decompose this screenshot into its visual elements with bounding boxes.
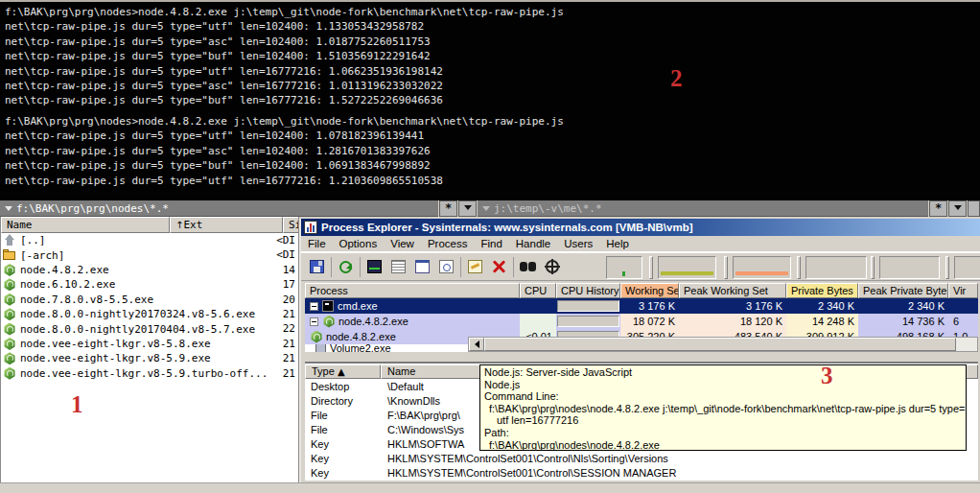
- process-row-node-parent[interactable]: node.4.8.2.exe 18 072 K 18 120 K 14 248 …: [305, 314, 978, 329]
- peak-working-set-value: 3 176 K: [679, 298, 786, 314]
- scrollbar-track[interactable]: [956, 338, 977, 351]
- cpu-history-cell: [557, 300, 619, 312]
- node-exe-icon: [322, 316, 335, 328]
- collapse-icon[interactable]: [310, 317, 318, 326]
- right-panel-path-bar[interactable]: j:\temp\-v\me\*.*: [478, 200, 928, 217]
- toolbar-grip[interactable]: [945, 256, 949, 279]
- menu-file[interactable]: File: [301, 236, 333, 251]
- show-process-tree-button[interactable]: [410, 256, 434, 278]
- scroll-left-button[interactable]: [469, 338, 484, 351]
- scrollbar-thumb[interactable]: [484, 338, 956, 351]
- file-size: 14: [283, 264, 295, 276]
- commit-history-minigraph[interactable]: [733, 256, 791, 279]
- file-row[interactable]: node.6.10.2.exe 17: [1, 277, 298, 292]
- column-header-name[interactable]: Name: [1, 217, 170, 233]
- menu-handle[interactable]: Handle: [509, 236, 557, 251]
- file-size: 20: [283, 293, 295, 306]
- process-explorer-icon: [304, 221, 317, 234]
- menu-find[interactable]: Find: [474, 236, 508, 251]
- peak-private-bytes-value: 14 736 K: [858, 314, 948, 329]
- file-row[interactable]: node.8.0.0-nightly20170324.v8-5.6.exe 21: [1, 307, 298, 321]
- column-header-type[interactable]: Type ▲: [305, 364, 381, 379]
- file-row[interactable]: node.vee-eight-lkgr.v8-5.9.exe 21: [1, 351, 298, 365]
- find-handle-button[interactable]: [516, 256, 540, 278]
- sort-asc-icon: ▲: [338, 366, 345, 377]
- private-bytes-value: 14 248 K: [786, 314, 858, 329]
- toolbar-grip[interactable]: [797, 256, 801, 279]
- select-columns-button[interactable]: [386, 256, 410, 278]
- menu-process[interactable]: Process: [421, 236, 475, 251]
- node-exe-icon: [310, 331, 322, 343]
- column-header-size[interactable]: Siz: [283, 217, 299, 233]
- handle-row[interactable]: KeyHKLM\SYSTEM\ControlSet001\Control\SES…: [305, 466, 978, 481]
- column-header-process[interactable]: Process: [305, 283, 520, 298]
- show-lower-pane-button[interactable]: [434, 256, 458, 278]
- file-row[interactable]: node.4.8.2.exe 14: [1, 263, 298, 277]
- window-title: Process Explorer - Sysinternals: www.sys…: [321, 219, 693, 236]
- left-panel-path-bar[interactable]: f:\BAK\prg\prg\nodes\*.*: [0, 200, 438, 217]
- save-button[interactable]: [305, 256, 329, 278]
- cpu-history-minigraph[interactable]: [658, 256, 716, 279]
- toolbar-grip[interactable]: [649, 256, 653, 279]
- column-header-peak-working-set[interactable]: Peak Working Set: [679, 283, 786, 298]
- menu-bar: File Options View Process Find Handle Us…: [301, 236, 980, 252]
- toolbar-grip[interactable]: [724, 256, 728, 279]
- column-header-cpu[interactable]: CPU: [520, 283, 556, 298]
- left-panel-favorites-button[interactable]: *: [439, 200, 457, 217]
- file-list-panel[interactable]: Name ↑Ext Siz [..] <DI [-arch] <DI node.…: [0, 217, 299, 482]
- minigraph-clipped[interactable]: [954, 256, 980, 279]
- file-size: 22: [283, 322, 295, 335]
- desktop: f:\BAK\prg\prg\nodes>node.4.8.2.exe j:\t…: [0, 0, 980, 493]
- horizontal-scrollbar[interactable]: [468, 337, 978, 352]
- annotation-1: 1: [71, 391, 83, 418]
- file-row-updir[interactable]: [..] <DI: [1, 233, 298, 247]
- left-panel-history-button[interactable]: [458, 200, 477, 217]
- drive-dropdown-icon[interactable]: [5, 206, 12, 211]
- right-panel-history-button[interactable]: [948, 200, 967, 217]
- chevron-down-icon: [464, 205, 472, 210]
- refresh-button[interactable]: [334, 256, 358, 278]
- kill-process-button[interactable]: [487, 256, 511, 278]
- file-row[interactable]: node.7.8.0.v8-5.5.exe 20: [1, 293, 298, 307]
- column-header-private-bytes[interactable]: Private Bytes: [786, 283, 858, 298]
- arrow-left-icon: [475, 340, 479, 348]
- menu-view[interactable]: View: [384, 236, 421, 251]
- left-panel-path: f:\BAK\prg\prg\nodes\*.*: [16, 202, 169, 215]
- right-panel-path: j:\temp\-v\me\*.*: [494, 202, 602, 215]
- columns-icon: [391, 260, 406, 273]
- file-row[interactable]: node.vee-eight-lkgr.v8-5.8.exe 21: [1, 337, 298, 351]
- gpu-history-minigraph[interactable]: [879, 256, 940, 279]
- file-row[interactable]: node.vee-eight-lkgr.v8-5.9.turbo-off... …: [1, 366, 298, 381]
- annotation-2: 2: [670, 65, 683, 92]
- cmd-icon: [322, 300, 334, 312]
- menu-options[interactable]: Options: [333, 236, 385, 251]
- file-size: 21: [283, 367, 295, 380]
- right-panel-favorites-button[interactable]: *: [929, 200, 947, 217]
- process-row-cmd[interactable]: cmd.exe 3 176 K 3 176 K 2 340 K 2 340 K: [305, 298, 978, 314]
- find-window-target-button[interactable]: [540, 256, 564, 278]
- window-icon: [415, 260, 430, 273]
- menu-help[interactable]: Help: [599, 236, 636, 251]
- file-size: 21: [283, 308, 295, 320]
- file-row-folder[interactable]: [-arch] <DI: [1, 247, 298, 262]
- toolbar-grip[interactable]: [871, 256, 875, 279]
- io-history-minigraph[interactable]: [805, 256, 867, 279]
- column-header-working-set[interactable]: Working Set: [620, 283, 679, 298]
- handle-row[interactable]: KeyHKLM\SYSTEM\ControlSet001\Control\Nls…: [305, 452, 978, 466]
- collapse-icon[interactable]: [310, 302, 318, 311]
- save-icon: [310, 260, 324, 273]
- drive-dropdown-icon[interactable]: [482, 206, 490, 211]
- column-header-cpu-history[interactable]: CPU History: [556, 283, 620, 298]
- crosshair-icon: [546, 260, 559, 273]
- menu-users[interactable]: Users: [557, 236, 599, 251]
- updir-icon: [3, 234, 16, 246]
- console-window[interactable]: f:\BAK\prg\prg\nodes>node.4.8.2.exe j:\t…: [0, 0, 980, 200]
- cpu-usage-minigraph[interactable]: [606, 256, 642, 279]
- system-information-button[interactable]: [362, 256, 386, 278]
- file-row[interactable]: node.8.0.0-nightly20170404.v8-5.7.exe 22: [1, 321, 298, 336]
- column-header-ext[interactable]: ↑Ext: [170, 217, 283, 233]
- title-bar[interactable]: Process Explorer - Sysinternals: www.sys…: [301, 219, 980, 236]
- column-header-virtual-size[interactable]: Vir: [948, 283, 978, 298]
- column-header-peak-private-bytes[interactable]: Peak Private Bytes: [858, 283, 948, 298]
- properties-button[interactable]: [463, 256, 487, 278]
